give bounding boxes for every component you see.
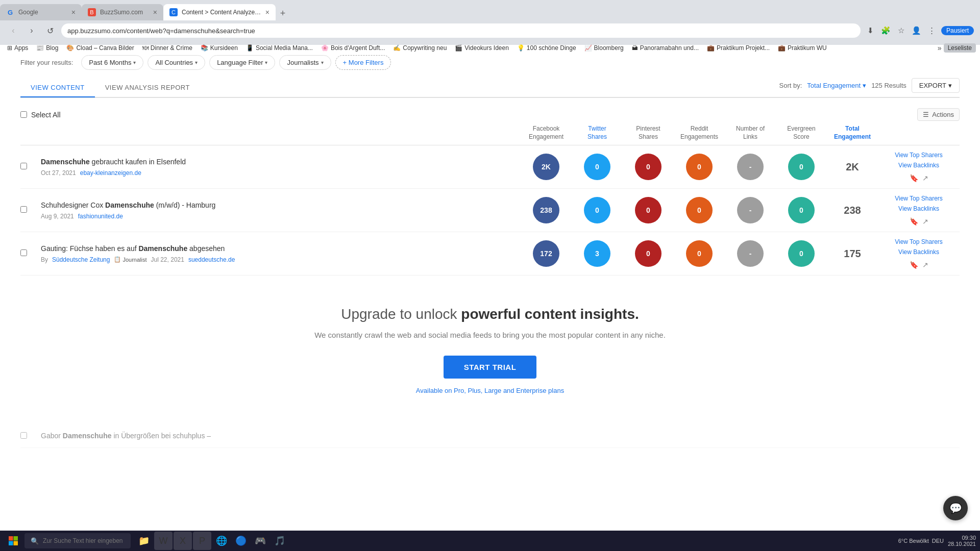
- tab-buzzsumo[interactable]: B BuzzSumo.com ×: [82, 4, 163, 20]
- taskbar-search[interactable]: 🔍: [24, 533, 131, 548]
- start-button[interactable]: [4, 532, 22, 550]
- filter-language[interactable]: Language Filter ▾: [209, 55, 275, 70]
- row3-url[interactable]: sueddeutsche.de: [188, 256, 235, 263]
- row2-view-top-sharers[interactable]: View Top Sharers: [895, 195, 943, 202]
- taskbar-app-powerpoint[interactable]: P: [193, 532, 211, 550]
- tab-google-title: Google: [18, 9, 67, 16]
- bookmark-praktikum2[interactable]: 💼Praktikum WU: [775, 43, 830, 53]
- actions-button[interactable]: ☰ Actions: [917, 108, 960, 121]
- row2-checkbox[interactable]: [20, 206, 41, 214]
- row1-pinterest-circle: 0: [635, 154, 662, 180]
- row3-source[interactable]: Süddeutsche Zeitung: [52, 256, 110, 263]
- bookmarks-more[interactable]: »: [938, 44, 942, 52]
- tab-google[interactable]: G Google ×: [0, 4, 82, 20]
- row2-url[interactable]: fashionunited.de: [78, 213, 123, 220]
- extensions-icon[interactable]: 🧩: [880, 24, 892, 37]
- th-twitter[interactable]: TwitterShares: [572, 125, 623, 141]
- taskbar-app-spotify[interactable]: 🎵: [271, 532, 289, 550]
- new-tab-button[interactable]: +: [276, 6, 290, 20]
- taskbar-tray: 6°C Bewölkt DEU: [898, 538, 944, 544]
- buzzsumo-favicon: B: [88, 8, 96, 16]
- filter-date[interactable]: Past 6 Months ▾: [81, 55, 143, 70]
- filter-country[interactable]: All Countries ▾: [148, 55, 205, 70]
- row3-bookmark-icon[interactable]: 🔖: [910, 261, 918, 269]
- row3-grid: Gauting: Füchse haben es auf Damenschuhe…: [20, 238, 960, 269]
- row3-view-backlinks[interactable]: View Backlinks: [898, 248, 939, 256]
- row1-meta: Oct 27, 2021 ebay-kleinanzeigen.de: [41, 169, 521, 177]
- sort-select[interactable]: Total Engagement ▾: [807, 82, 866, 89]
- tab-buzzsumo-close[interactable]: ×: [153, 8, 157, 16]
- bookmark-bois[interactable]: 🌸Bois d'Argent Duft...: [318, 43, 388, 53]
- taskbar-search-input[interactable]: [43, 537, 125, 544]
- plans-link[interactable]: Available on Pro, Plus, Large and Enterp…: [41, 387, 939, 394]
- export-button[interactable]: EXPORT ▾: [912, 78, 960, 93]
- tab-google-close[interactable]: ×: [71, 8, 76, 16]
- select-all-checkbox[interactable]: [20, 111, 27, 118]
- bookmark-panorama[interactable]: 🏔Panoramabahn und...: [629, 43, 702, 53]
- row2-total: 238: [827, 205, 878, 216]
- journalist-icon: 📋: [114, 256, 121, 263]
- chat-button[interactable]: 💬: [943, 496, 968, 520]
- row1-bookmark-icon[interactable]: 🔖: [910, 174, 918, 182]
- reading-mode-button[interactable]: Leseliste: [944, 43, 976, 53]
- bookmark-blog[interactable]: 📰Blog: [33, 43, 61, 53]
- upgrade-section: Upgrade to unlock powerful content insig…: [20, 276, 960, 425]
- bookmark-videokurs[interactable]: 🎬Videokurs Ideen: [452, 43, 512, 53]
- bottom-title-bold: Damenschuhe: [63, 432, 112, 440]
- select-all-label[interactable]: Select All: [31, 111, 61, 119]
- taskbar-app-word[interactable]: W: [154, 532, 173, 550]
- row3-share-icon[interactable]: ↗: [922, 261, 928, 269]
- table-controls: Select All ☰ Actions: [20, 108, 960, 121]
- row2-reddit: 0: [674, 197, 725, 223]
- more-filters-button[interactable]: + More Filters: [335, 55, 391, 70]
- taskbar-app-edge[interactable]: 🔵: [232, 532, 250, 550]
- profile-icon[interactable]: 👤: [911, 24, 923, 37]
- start-trial-button[interactable]: START TRIAL: [444, 356, 537, 379]
- upgrade-subtitle: We constantly crawl the web and social m…: [41, 331, 939, 339]
- taskbar-app-chrome[interactable]: 🌐: [212, 532, 231, 550]
- upgrade-title: Upgrade to unlock powerful content insig…: [41, 306, 939, 322]
- row2-view-backlinks[interactable]: View Backlinks: [898, 205, 939, 212]
- address-input[interactable]: [61, 23, 861, 38]
- row1-checkbox[interactable]: [20, 163, 41, 171]
- row3-by: By: [41, 256, 48, 263]
- taskbar-app-files[interactable]: 📁: [135, 532, 153, 550]
- refresh-button[interactable]: ↺: [43, 23, 57, 38]
- filter-journalists[interactable]: Journalists ▾: [279, 55, 331, 70]
- bookmark-icon[interactable]: ☆: [895, 24, 908, 37]
- settings-icon[interactable]: ⋮: [926, 24, 938, 37]
- bookmark-apps[interactable]: ⊞Apps: [4, 43, 31, 53]
- row1-view-top-sharers[interactable]: View Top Sharers: [895, 152, 943, 159]
- tab-view-content[interactable]: VIEW CONTENT: [20, 79, 95, 97]
- tab-content-close[interactable]: ×: [265, 8, 270, 16]
- bottom-row-checkbox[interactable]: [20, 432, 41, 440]
- row1-url[interactable]: ebay-kleinanzeigen.de: [80, 169, 141, 177]
- taskbar-app-excel[interactable]: X: [174, 532, 192, 550]
- country-filter-arrow: ▾: [195, 60, 198, 65]
- row1-share-icon[interactable]: ↗: [922, 174, 928, 182]
- profile-button[interactable]: Pausiert: [941, 26, 974, 35]
- bookmark-social[interactable]: 📱Social Media Mana...: [243, 43, 316, 53]
- row2-share-icon[interactable]: ↗: [922, 217, 928, 226]
- taskbar-app-gaming[interactable]: 🎮: [251, 532, 270, 550]
- row1-view-backlinks[interactable]: View Backlinks: [898, 162, 939, 169]
- th-total[interactable]: TotalEngagement: [827, 125, 878, 141]
- row3-twitter-circle: 3: [584, 240, 610, 267]
- tab-view-analysis[interactable]: VIEW ANALYSIS REPORT: [95, 79, 200, 97]
- bookmark-praktikum1[interactable]: 💼Praktikum Projekt...: [704, 43, 773, 53]
- bookmark-100schoene[interactable]: 💡100 schöne Dinge: [514, 43, 579, 53]
- back-button[interactable]: ‹: [6, 23, 20, 38]
- bookmark-copywriting[interactable]: ✍Copywriting neu: [390, 43, 450, 53]
- downloads-icon[interactable]: ⬇: [865, 24, 877, 37]
- forward-button[interactable]: ›: [24, 23, 39, 38]
- row3-view-top-sharers[interactable]: View Top Sharers: [895, 238, 943, 245]
- row3-checkbox[interactable]: [20, 249, 41, 258]
- tab-content[interactable]: C Content > Content Analyzer - B... ×: [163, 4, 276, 20]
- row3-reddit-circle: 0: [686, 240, 713, 267]
- bookmark-kurs[interactable]: 📚Kursideen: [198, 43, 241, 53]
- bookmark-canva[interactable]: 🎨Cload – Canva Bilder: [63, 43, 137, 53]
- row2-facebook-circle: 238: [533, 197, 559, 223]
- row2-bookmark-icon[interactable]: 🔖: [910, 217, 918, 226]
- bookmark-bloomberg[interactable]: 📈Bloomberg: [581, 43, 627, 53]
- bookmark-dinner[interactable]: 🍽Dinner & Crime: [139, 43, 195, 53]
